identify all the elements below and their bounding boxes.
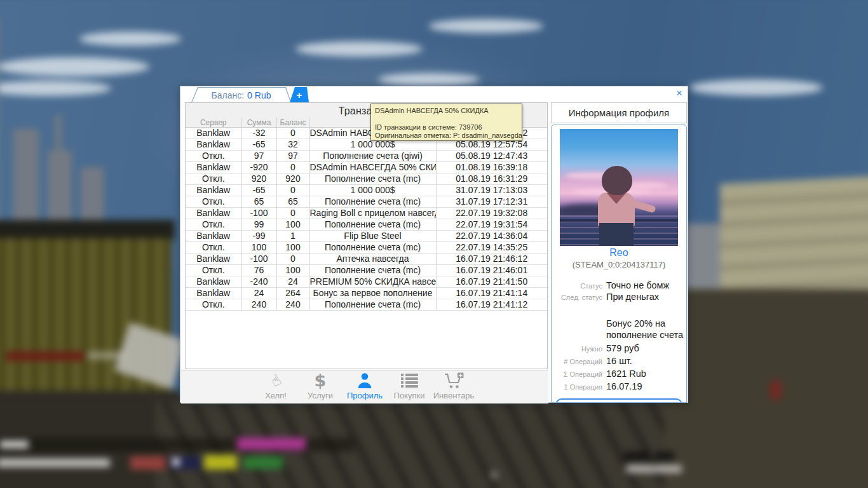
- close-icon[interactable]: ×: [676, 88, 682, 98]
- table-cell: 22.07.19 19:32:08: [436, 208, 547, 219]
- table-cell: Banklaw: [186, 139, 241, 151]
- table-cell: 16.07.19 21:41:14: [436, 288, 547, 299]
- bottom-toolbar: ☝ Хелп! $ Услуги Профиль Покупки: [181, 370, 548, 403]
- plus-icon: +: [297, 90, 302, 100]
- table-cell: Откл.: [186, 151, 241, 162]
- tooltip-original-mark: Оригинальная отметка: P: dsadmin_navsegd…: [375, 132, 518, 140]
- transaction-tooltip: DSAdmin НАВСЕГДА 50% СКИДКА ID транзакци…: [370, 104, 522, 141]
- bg-cloud: [689, 79, 823, 96]
- table-cell: Пополнение счета (qiwi): [309, 151, 436, 162]
- profile-field-status: Статус Точно не бомж: [554, 280, 669, 290]
- table-row[interactable]: Откл.99100Пополнение счета (mc)22.07.19 …: [186, 219, 547, 231]
- hand-icon: ☝: [255, 371, 297, 390]
- avatar-girl-hair: [602, 166, 632, 195]
- table-cell: 16.07.19 21:46:12: [436, 254, 547, 265]
- table-cell: Пополнение счета (mc): [309, 299, 436, 311]
- table-cell: 01.08.19 16:31:29: [436, 173, 547, 185]
- table-cell: Пополнение счета (mc): [309, 265, 436, 276]
- table-cell: Откл.: [186, 196, 241, 208]
- hud-navy-box-inner: [172, 458, 180, 466]
- table-cell: -100: [241, 208, 276, 219]
- table-row[interactable]: Откл.100100Пополнение счета (mc)22.07.19…: [186, 242, 547, 254]
- table-cell: 920: [241, 173, 276, 185]
- table-row[interactable]: Banklaw-1000Аптечка навсегда16.07.19 21:…: [186, 254, 547, 265]
- toolbar-item-purchases[interactable]: Покупки: [388, 371, 430, 400]
- table-cell: 97: [241, 151, 276, 162]
- tab-balance[interactable]: Баланс: 0 Rub: [191, 87, 291, 102]
- profile-field-first-operation: 1 Операция 16.07.19: [554, 381, 642, 391]
- toolbar-label: Профиль: [344, 391, 386, 400]
- balance-label: Баланс:: [212, 90, 245, 100]
- table-cell: 05.08.19 12:47:43: [436, 151, 547, 162]
- table-cell: 65: [241, 196, 276, 208]
- profile-bonus-text: Бонус 20% на пополнение счета: [606, 318, 687, 341]
- toolbar-item-profile[interactable]: Профиль: [344, 371, 386, 400]
- table-row[interactable]: Откл.920920Пополнение счета (mc)01.08.19…: [186, 173, 547, 185]
- table-cell: -100: [241, 254, 276, 265]
- tooltip-transaction-id: ID транзакции в системе: 739706: [375, 123, 518, 132]
- table-cell: 22.07.19 14:36:04: [436, 231, 547, 242]
- bg-roofline: [0, 220, 175, 240]
- table-cell: 16.07.19 21:41:50: [436, 276, 547, 288]
- table-row[interactable]: Откл.76100Пополнение счета (mc)16.07.19 …: [186, 265, 547, 276]
- hud-red-box: [130, 456, 166, 470]
- hud-green-box: [243, 456, 283, 469]
- table-cell: 0: [276, 128, 309, 139]
- table-cell: -99: [241, 231, 276, 242]
- column-header: Баланс: [276, 118, 309, 128]
- table-cell: 76: [241, 265, 276, 276]
- table-row[interactable]: Banklaw-991Flip Blue Steel22.07.19 14:36…: [186, 231, 547, 242]
- table-cell: 240: [276, 299, 309, 311]
- toolbar-label: Покупки: [388, 391, 430, 400]
- profile-field-next-status: След. статус При деньгах: [554, 292, 659, 302]
- table-row[interactable]: Banklaw-9200DSAdmin НАВСЕГДА 50% СКИДКА0…: [186, 162, 547, 173]
- transactions-panel: Транзакции СерверСуммаБаланс Banklaw-320…: [185, 102, 548, 369]
- table-cell: Raging Boll с прицелом навсегда: [309, 208, 436, 219]
- table-row[interactable]: Откл.240240Пополнение счета (mc)16.07.19…: [186, 299, 547, 311]
- bg-tower: [81, 167, 104, 223]
- table-row[interactable]: Banklaw24264Бонус за первое пополнение16…: [186, 288, 547, 299]
- toolbar-label: Услуги: [299, 391, 341, 400]
- table-row[interactable]: Banklaw-24024PREMIUM 50% СКИДКА навсегда…: [186, 276, 547, 288]
- hud-magenta-badge: [237, 438, 306, 450]
- table-row[interactable]: Banklaw-1000Raging Boll с прицелом навсе…: [186, 208, 547, 219]
- table-cell: 0: [276, 162, 309, 173]
- profile-panel: Reo (STEAM_0:0:204137117) Статус Точно н…: [551, 125, 687, 403]
- table-cell: 100: [241, 242, 276, 254]
- profile-name[interactable]: Reo: [552, 247, 686, 259]
- table-cell: -65: [241, 185, 276, 196]
- profile-field-operations-sum: Σ Операций 1621 Rub: [554, 369, 646, 379]
- table-cell: Banklaw: [186, 128, 241, 139]
- toolbar-item-services[interactable]: $ Услуги: [299, 371, 341, 400]
- bg-cloud: [0, 57, 149, 76]
- table-cell: Banklaw: [186, 276, 241, 288]
- toolbar-item-inventory[interactable]: Инвентарь: [433, 371, 475, 400]
- column-header: Сервер: [186, 118, 241, 128]
- table-cell: 1 000 000$: [309, 185, 436, 196]
- profile-steam-id: (STEAM_0:0:204137117): [552, 260, 686, 269]
- table-cell: 100: [276, 242, 309, 254]
- bg-red-detail: [771, 381, 781, 399]
- table-cell: 01.08.19 16:39:18: [436, 162, 547, 173]
- table-cell: Banklaw: [186, 288, 241, 299]
- profile-action-button[interactable]: [555, 398, 682, 403]
- bg-cloud: [378, 73, 480, 86]
- table-cell: Откл.: [186, 173, 241, 185]
- table-row[interactable]: Откл.9797Пополнение счета (qiwi)05.08.19…: [186, 151, 547, 162]
- add-tab-button[interactable]: +: [290, 87, 309, 102]
- bg-right-building: [720, 175, 868, 301]
- table-cell: 65: [276, 196, 309, 208]
- hud-killfeed: [6, 351, 84, 361]
- table-cell: Пополнение счета (mc): [309, 219, 436, 231]
- bg-tower: [48, 151, 72, 223]
- table-cell: Пополнение счета (mc): [309, 242, 436, 254]
- table-cell: 920: [276, 173, 309, 185]
- table-cell: 22.07.19 19:31:54: [436, 219, 547, 231]
- table-cell: 16.07.19 21:46:01: [436, 265, 547, 276]
- list-icon: [388, 371, 430, 390]
- table-cell: 22.07.19 14:35:25: [436, 242, 547, 254]
- toolbar-item-help[interactable]: ☝ Хелп!: [255, 371, 297, 400]
- table-cell: 99: [241, 219, 276, 231]
- table-row[interactable]: Откл.6565Пополнение счета (mc)31.07.19 1…: [186, 196, 547, 208]
- table-row[interactable]: Banklaw-6501 000 000$31.07.19 17:13:03: [186, 185, 547, 196]
